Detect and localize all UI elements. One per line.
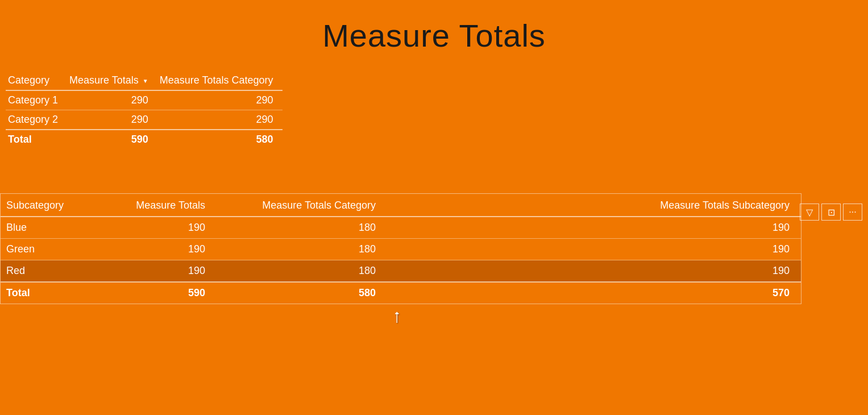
col-category: Category <box>6 71 67 90</box>
top-table: Category Measure Totals ▼ Measure Totals… <box>6 71 283 149</box>
cell-measure-totals: 290 <box>67 90 157 110</box>
sort-icon: ▼ <box>143 78 148 84</box>
cell-total-measure-totals-subcategory: 570 <box>387 282 801 304</box>
bottom-table: Subcategory Measure Totals Measure Total… <box>1 194 801 304</box>
col-measure-totals: Measure Totals ▼ <box>67 71 157 90</box>
cell-measure-totals-category: 290 <box>157 90 283 110</box>
cell-measure-totals-subcategory: 190 <box>387 239 801 260</box>
more-button[interactable]: ··· <box>843 204 862 221</box>
cell-subcategory: Green <box>1 239 103 260</box>
col-subcategory: Subcategory <box>1 194 103 217</box>
col-measure-totals: Measure Totals <box>103 194 217 217</box>
table-row: Blue 190 180 190 <box>1 217 801 239</box>
col-measure-totals-subcategory: Measure Totals Subcategory <box>387 194 801 217</box>
cell-category: Category 1 <box>6 90 67 110</box>
cell-total-measure-totals-category: 580 <box>157 130 283 149</box>
cell-measure-totals-subcategory: 190 <box>387 260 801 283</box>
cursor: ⭡ <box>391 310 404 325</box>
cell-measure-totals-category: 180 <box>217 260 387 283</box>
toolbar-icons: ▽ ⊡ ··· <box>800 204 862 221</box>
top-table-header-row: Category Measure Totals ▼ Measure Totals… <box>6 71 283 90</box>
cell-measure-totals: 190 <box>103 260 217 283</box>
table-row: Category 2 290 290 <box>6 110 283 130</box>
filter-icon: ▽ <box>806 207 813 218</box>
table-row: Green 190 180 190 <box>1 239 801 260</box>
cell-subcategory: Red <box>1 260 103 283</box>
cell-total-measure-totals-category: 580 <box>217 282 387 304</box>
cell-total-measure-totals: 590 <box>67 130 157 149</box>
cell-measure-totals: 190 <box>103 239 217 260</box>
more-icon: ··· <box>849 207 856 217</box>
cell-subcategory: Blue <box>1 217 103 239</box>
filter-button[interactable]: ▽ <box>800 204 819 221</box>
table-row-highlighted: Red 190 180 190 <box>1 260 801 283</box>
table-total-row: Total 590 580 <box>6 130 283 149</box>
cell-measure-totals-category: 180 <box>217 217 387 239</box>
bottom-table-header-row: Subcategory Measure Totals Measure Total… <box>1 194 801 217</box>
table-row: Category 1 290 290 <box>6 90 283 110</box>
cell-total-measure-totals: 590 <box>103 282 217 304</box>
bottom-table-panel: Subcategory Measure Totals Measure Total… <box>0 193 801 304</box>
cell-measure-totals-category: 290 <box>157 110 283 130</box>
expand-icon: ⊡ <box>828 207 835 218</box>
page-title: Measure Totals <box>0 0 868 65</box>
cell-category: Category 2 <box>6 110 67 130</box>
cell-measure-totals: 190 <box>103 217 217 239</box>
bottom-table-total-row: Total 590 580 570 <box>1 282 801 304</box>
cell-measure-totals-category: 180 <box>217 239 387 260</box>
cell-total-label: Total <box>6 130 67 149</box>
col-measure-totals-category: Measure Totals Category <box>217 194 387 217</box>
cell-total-label: Total <box>1 282 103 304</box>
expand-button[interactable]: ⊡ <box>821 204 841 221</box>
cell-measure-totals-subcategory: 190 <box>387 217 801 239</box>
col-measure-totals-category: Measure Totals Category <box>157 71 283 90</box>
cell-measure-totals: 290 <box>67 110 157 130</box>
